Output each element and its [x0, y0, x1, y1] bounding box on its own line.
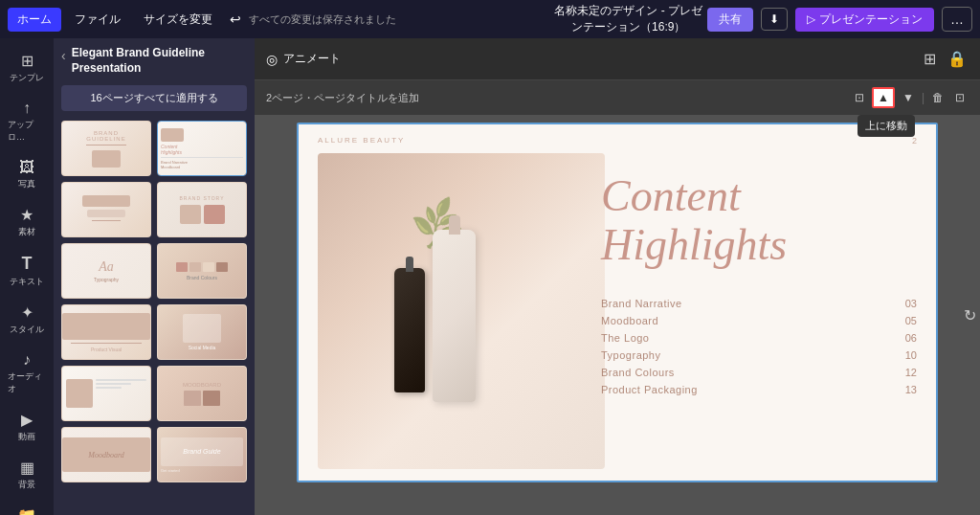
animate-label: アニメート: [283, 51, 341, 67]
template-icon: ⊞: [21, 52, 33, 70]
template-thumb-6[interactable]: Brand Colours: [157, 243, 247, 299]
toc-num-6: 13: [905, 384, 917, 395]
sidebar-item-upload[interactable]: ↑ アップロ…: [4, 94, 50, 149]
sidebar-label-text: テキスト: [10, 276, 44, 288]
toc-label-3: The Logo: [601, 332, 649, 344]
slide-title: Content Highlights: [601, 172, 917, 269]
file-menu-button[interactable]: ファイル: [65, 8, 130, 32]
share-button[interactable]: 共有: [707, 8, 753, 32]
sidebar-label-upload: アップロ…: [8, 119, 46, 144]
template-thumb-9[interactable]: [61, 366, 151, 421]
template-panel: ‹ Elegant Brand Guideline Presentation 1…: [54, 38, 255, 515]
icon-sidebar: ⊞ テンプレ ↑ アップロ… 🖼 写真 ★ 素材 T テキスト ✦ スタイル ♪…: [0, 38, 54, 515]
sidebar-item-video[interactable]: ▶ 動画: [4, 405, 50, 449]
sidebar-label-template: テンプレ: [10, 72, 44, 84]
expand-button[interactable]: ⊡: [951, 89, 969, 106]
toc-label-2: Moodboard: [601, 315, 658, 326]
background-icon: ▦: [20, 459, 34, 477]
sidebar-label-element: 素材: [18, 226, 35, 238]
top-bar: ホーム ファイル サイズを変更 ↩ すべての変更は保存されました 名称未定のデザ…: [0, 0, 980, 38]
sidebar-item-photo[interactable]: 🖼 写真: [4, 153, 50, 196]
top-bar-right: 共有 ⬇ ▷ プレゼンテーション …: [707, 7, 972, 32]
toc-num-5: 12: [905, 367, 917, 378]
sidebar-item-template[interactable]: ⊞ テンプレ: [4, 46, 50, 90]
template-thumb-11[interactable]: Moodboard: [61, 427, 151, 482]
toc-row-6: Product Packaging 13: [601, 384, 917, 395]
bottle-main: [433, 230, 476, 402]
toc-label-5: Brand Colours: [601, 367, 675, 378]
template-thumb-8[interactable]: Social Media: [157, 304, 247, 360]
move-down-button[interactable]: ▼: [899, 89, 918, 106]
save-status: すべての変更は保存されました: [249, 12, 396, 27]
template-panel-title: Elegant Brand Guideline Presentation: [72, 46, 247, 76]
tooltip-move-up: 上に移動: [858, 115, 915, 137]
toc-label-4: Typography: [601, 349, 660, 361]
present-label: プレゼンテーション: [819, 11, 923, 28]
folder-icon: 📁: [17, 506, 36, 515]
slide-page-number: 2: [912, 136, 917, 146]
toc-num-2: 05: [905, 315, 917, 326]
style-icon: ✦: [21, 303, 33, 322]
sidebar-label-background: 背景: [18, 479, 35, 491]
toc-row-4: Typography 10: [601, 349, 917, 361]
photo-icon: 🖼: [19, 159, 34, 176]
element-icon: ★: [20, 206, 33, 224]
delete-page-button[interactable]: 🗑: [928, 89, 947, 106]
bottle-group: 🌿: [385, 191, 538, 431]
slide[interactable]: ALLURE BEAUTY 2 🌿 Content Highlights: [297, 123, 938, 482]
slide-title-line1: Content: [601, 171, 741, 220]
template-thumb-3[interactable]: [61, 182, 151, 237]
home-button[interactable]: ホーム: [8, 8, 61, 32]
move-up-button[interactable]: ▲: [872, 87, 895, 108]
sidebar-item-folder[interactable]: 📁 フォルダー: [4, 501, 50, 515]
page-info-text: 2ページ・ページタイトルを追加: [266, 91, 419, 105]
toc-row-3: The Logo 06: [601, 332, 917, 344]
template-thumb-10[interactable]: MOODBOARD: [157, 366, 247, 421]
slide-toc: Brand Narrative 03 Moodboard 05 The Logo…: [601, 298, 917, 395]
toc-num-1: 03: [905, 298, 917, 309]
grid-view-button[interactable]: ⊞: [922, 48, 938, 70]
sidebar-label-photo: 写真: [18, 178, 35, 190]
toc-label-6: Product Packaging: [601, 384, 698, 395]
page-controls: ⊡ ▲ ▼ | 🗑 ⊡: [851, 87, 969, 108]
page-ctrl-separator: |: [922, 91, 924, 104]
slide-title-line2: Highlights: [601, 220, 787, 269]
text-icon: T: [22, 254, 33, 274]
sidebar-item-audio[interactable]: ♪ オーディオ: [4, 346, 50, 401]
resize-button[interactable]: サイズを変更: [134, 8, 222, 32]
sidebar-item-element[interactable]: ★ 素材: [4, 200, 50, 244]
page-info-bar: 2ページ・ページタイトルを追加 ⊡ ▲ ▼ | 🗑 ⊡ 上に移動: [255, 80, 980, 115]
template-thumb-5[interactable]: Aa Typography: [61, 243, 151, 299]
lock-button[interactable]: 🔒: [946, 48, 969, 70]
download-button[interactable]: ⬇: [761, 8, 788, 31]
present-button[interactable]: ▷ プレゼンテーション: [795, 8, 934, 32]
template-thumb-12[interactable]: Brand Guide Get started: [157, 427, 247, 482]
canvas-area: ◎ アニメート ⊞ 🔒 2ページ・ページタイトルを追加 ⊡ ▲ ▼ | 🗑 ⊡ …: [255, 38, 980, 515]
toc-row-2: Moodboard 05: [601, 315, 917, 326]
template-thumb-7[interactable]: Product Visual: [61, 304, 151, 360]
template-thumb-1[interactable]: BRAND GUIDELINE: [61, 121, 151, 176]
template-grid: BRAND GUIDELINE Content Highlights Brand…: [61, 121, 247, 482]
template-thumb-2[interactable]: Content Highlights Brand Narrative Moodb…: [157, 121, 247, 176]
present-icon: ▷: [807, 12, 815, 26]
template-thumb-4[interactable]: BRAND STORY: [157, 182, 247, 237]
apply-all-button[interactable]: 16ページすべてに適用する: [61, 85, 247, 111]
sidebar-label-audio: オーディオ: [8, 370, 46, 395]
canvas-wrapper: ALLURE BEAUTY 2 🌿 Content Highlights: [255, 115, 980, 515]
bottle-dark: [394, 268, 425, 392]
animate-icon: ◎: [266, 52, 278, 67]
copy-page-button[interactable]: ⊡: [851, 89, 868, 106]
undo-button[interactable]: ↩: [226, 8, 245, 31]
more-options-button[interactable]: …: [942, 7, 972, 32]
document-title: 名称未定のデザイン - プレゼンテーション（16:9）: [554, 3, 704, 35]
sidebar-item-style[interactable]: ✦ スタイル: [4, 298, 50, 342]
video-icon: ▶: [21, 411, 33, 429]
refresh-button[interactable]: ↻: [964, 306, 976, 325]
slide-content: Content Highlights Brand Narrative 03 Mo…: [601, 172, 917, 395]
main-area: ⊞ テンプレ ↑ アップロ… 🖼 写真 ★ 素材 T テキスト ✦ スタイル ♪…: [0, 38, 980, 515]
sidebar-item-background[interactable]: ▦ 背景: [4, 453, 50, 497]
sidebar-item-text[interactable]: T テキスト: [4, 248, 50, 294]
template-back-button[interactable]: ‹: [61, 48, 66, 63]
toolbar-right-icons: ⊞ 🔒: [922, 48, 969, 70]
toc-num-4: 10: [905, 349, 917, 361]
